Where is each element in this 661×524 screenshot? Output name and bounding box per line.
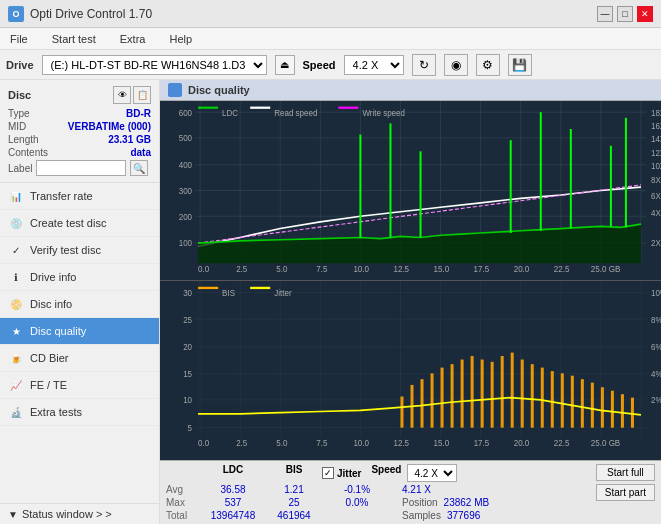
svg-rect-115 [611,391,614,428]
disc-header: Disc 👁 📋 [8,86,151,104]
status-window-button[interactable]: ▼ Status window > > [0,503,159,524]
app-title: Opti Drive Control 1.70 [30,7,152,21]
avg-bis: 1.21 [266,484,322,495]
svg-text:10.0: 10.0 [353,264,369,275]
extra-tests-icon: 🔬 [8,404,24,420]
svg-text:18X: 18X [651,107,661,118]
samples-value: 377696 [447,510,480,521]
nav-items: 📊 Transfer rate 💿 Create test disc ✓ Ver… [0,183,159,503]
col-jitter-header: Jitter [337,468,361,479]
quality-title: Disc quality [188,84,250,96]
svg-text:17.5: 17.5 [474,264,490,275]
samples-label: Samples [402,510,441,521]
stats-max-row: Max 537 25 0.0% Position 23862 MB [166,497,489,508]
svg-text:2.5: 2.5 [236,264,247,275]
sidebar-item-extra-tests[interactable]: 🔬 Extra tests [0,399,159,426]
sidebar-item-fe-te[interactable]: 📈 FE / TE [0,372,159,399]
disc-mid-label: MID [8,121,26,132]
svg-text:7.5: 7.5 [316,438,327,449]
stats-avg-row: Avg 36.58 1.21 -0.1% 4.21 X [166,484,489,495]
disc-type-label: Type [8,108,30,119]
disc-label-row: Label 🔍 [8,160,151,176]
start-full-button[interactable]: Start full [596,464,655,481]
lower-chart-svg: 30 25 20 15 10 5 10% 8% 6% 4% 2% BIS [160,281,661,460]
menu-bar: File Start test Extra Help [0,28,661,50]
avg-ldc: 36.58 [200,484,266,495]
sidebar-item-label: Disc info [30,298,72,310]
minimize-button[interactable]: — [597,6,613,22]
svg-text:20.0: 20.0 [514,438,530,449]
max-jitter: 0.0% [322,497,392,508]
menu-start-test[interactable]: Start test [46,31,102,47]
svg-rect-94 [400,396,403,427]
disc-copy-button[interactable]: 📋 [133,86,151,104]
col-ldc-header: LDC [200,464,266,482]
stats-main: LDC BIS ✓ Jitter Speed 4.2 X Avg [166,464,489,521]
svg-text:0.0: 0.0 [198,264,209,275]
svg-text:6%: 6% [651,342,661,353]
svg-text:4%: 4% [651,368,661,379]
svg-text:15.0: 15.0 [434,438,450,449]
svg-text:Write speed: Write speed [362,107,405,118]
sidebar-item-transfer-rate[interactable]: 📊 Transfer rate [0,183,159,210]
svg-text:LDC: LDC [222,107,238,118]
speed-select-stats[interactable]: 4.2 X [407,464,457,482]
avg-jitter: -0.1% [322,484,392,495]
stats-panel: LDC BIS ✓ Jitter Speed 4.2 X Avg [160,460,661,524]
sidebar-item-drive-info[interactable]: ℹ Drive info [0,264,159,291]
disc-length-label: Length [8,134,39,145]
menu-help[interactable]: Help [163,31,198,47]
app-icon: O [8,6,24,22]
disc-view-button[interactable]: 👁 [113,86,131,104]
status-window-label: Status window > > [22,508,112,520]
disc-type-value: BD-R [126,108,151,119]
svg-text:BIS: BIS [222,287,235,298]
svg-rect-101 [471,356,474,428]
close-button[interactable]: ✕ [637,6,653,22]
total-ldc: 13964748 [200,510,266,521]
disc-label-input[interactable] [36,160,126,176]
sidebar-item-label: Verify test disc [30,244,101,256]
svg-text:500: 500 [179,133,193,144]
svg-text:10.0: 10.0 [353,438,369,449]
sidebar-item-verify-test-disc[interactable]: ✓ Verify test disc [0,237,159,264]
drive-bar: Drive (E:) HL-DT-ST BD-RE WH16NS48 1.D3 … [0,50,661,80]
svg-text:8X: 8X [651,174,661,185]
jitter-check-area: ✓ Jitter [322,464,361,482]
svg-text:300: 300 [179,185,193,196]
menu-file[interactable]: File [4,31,34,47]
disc-label-go-button[interactable]: 🔍 [130,160,148,176]
maximize-button[interactable]: □ [617,6,633,22]
verify-test-disc-icon: ✓ [8,242,24,258]
disc-type-row: Type BD-R [8,108,151,119]
sidebar-item-cd-bier[interactable]: 🍺 CD Bier [0,345,159,372]
refresh-button[interactable]: ↻ [412,54,436,76]
svg-text:25.0 GB: 25.0 GB [591,438,621,449]
save-button[interactable]: 💾 [508,54,532,76]
menu-extra[interactable]: Extra [114,31,152,47]
quality-icon [168,83,182,97]
svg-rect-97 [431,373,434,427]
settings-button[interactable]: ⚙ [476,54,500,76]
disc-mid-value: VERBATIMe (000) [68,121,151,132]
svg-rect-99 [451,364,454,428]
speed-select[interactable]: 4.2 X [344,55,404,75]
jitter-checkbox[interactable]: ✓ [322,467,334,479]
total-label: Total [166,510,200,521]
drive-select[interactable]: (E:) HL-DT-ST BD-RE WH16NS48 1.D3 [42,55,267,75]
sidebar-item-disc-quality[interactable]: ★ Disc quality [0,318,159,345]
svg-text:14X: 14X [651,134,661,145]
disc-info-icon: 📀 [8,296,24,312]
sidebar-item-create-test-disc[interactable]: 💿 Create test disc [0,210,159,237]
disc-length-row: Length 23.31 GB [8,134,151,145]
start-part-button[interactable]: Start part [596,484,655,501]
quality-header: Disc quality [160,80,661,101]
disc-title: Disc [8,89,31,101]
eject-button[interactable]: ⏏ [275,55,295,75]
upper-chart-svg: 600 500 400 300 200 100 18X 16X 14X 12X … [160,101,661,280]
sidebar-item-label: CD Bier [30,352,69,364]
sidebar-item-disc-info[interactable]: 📀 Disc info [0,291,159,318]
disc-contents-row: Contents data [8,147,151,158]
media-button[interactable]: ◉ [444,54,468,76]
max-bis: 25 [266,497,322,508]
